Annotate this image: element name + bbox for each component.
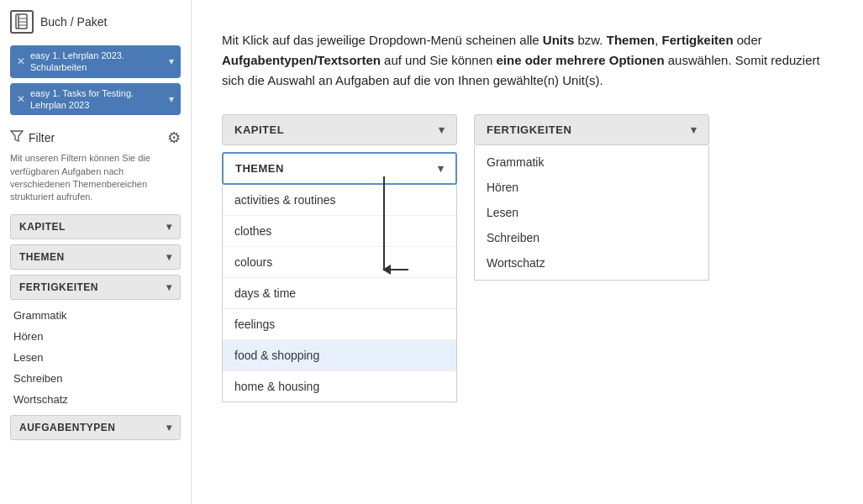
tag-chevron-1[interactable]: ▾: [169, 55, 174, 67]
themen-item-days[interactable]: days & time: [223, 278, 456, 309]
fertigkeiten-item-wortschatz[interactable]: Wortschatz: [487, 256, 697, 270]
kapitel-dropdown-label: KAPITEL: [234, 123, 284, 136]
themen-item-activities[interactable]: activities & routines: [223, 185, 456, 216]
fertigkeiten-item-schreiben[interactable]: Schreiben: [487, 231, 697, 244]
left-dropdown-col: KAPITEL ▾ THEMEN ▾ activities & routines…: [222, 114, 457, 402]
fertigkeiten-dropdown-label: FERTIGKEITEN: [487, 123, 571, 136]
themen-dropdown-label: THEMEN: [235, 162, 284, 175]
sidebar-aufgabentypen-chevron: ▾: [166, 422, 172, 433]
intro-part4: oder: [734, 33, 762, 47]
sidebar-fertigkeiten-chevron: ▾: [166, 281, 172, 293]
themen-dropdown-list: activities & routines clothes colours da…: [222, 185, 457, 402]
sidebar: Buch / Paket ✕ easy 1. Lehrplan 2023. Sc…: [0, 0, 192, 504]
sidebar-title: Buch / Paket: [40, 15, 107, 29]
sidebar-aufgabentypen-label: AUFGABENTYPEN: [19, 422, 116, 433]
sidebar-header: Buch / Paket: [10, 10, 181, 34]
book-icon: [10, 10, 34, 34]
filter-label-group: Filter: [10, 130, 55, 145]
sidebar-kapitel-dropdown[interactable]: KAPITEL ▾: [10, 214, 181, 239]
themen-chevron-icon: ▾: [438, 162, 445, 175]
tag-item-2: ✕ easy 1. Tasks for Testing. Lehrplan 20…: [10, 83, 181, 116]
sidebar-fertigkeiten-label: FERTIGKEITEN: [19, 281, 98, 293]
kapitel-chevron-icon: ▾: [439, 123, 445, 136]
sidebar-fertigkeiten-dropdown[interactable]: FERTIGKEITEN ▾: [10, 275, 181, 300]
sidebar-themen-chevron: ▾: [166, 251, 172, 263]
intro-bold4: Aufgabentypen/Textsorten: [222, 53, 381, 67]
themen-item-feelings[interactable]: feelings: [223, 309, 456, 340]
intro-part5: auf und Sie können: [381, 53, 497, 67]
dropdowns-area: KAPITEL ▾ THEMEN ▾ activities & routines…: [222, 114, 833, 402]
sidebar-themen-dropdown[interactable]: THEMEN ▾: [10, 244, 181, 270]
sidebar-list-item-schreiben[interactable]: Schreiben: [10, 368, 181, 389]
fertigkeiten-item-horen[interactable]: Hören: [487, 181, 697, 194]
tag-close-2[interactable]: ✕: [17, 93, 25, 105]
sidebar-kapitel-label: KAPITEL: [19, 221, 66, 233]
intro-bold3: Fertigkeiten: [662, 33, 734, 47]
sidebar-themen-label: THEMEN: [19, 251, 65, 263]
tag-chevron-2[interactable]: ▾: [169, 93, 174, 105]
fertigkeiten-dropdown[interactable]: FERTIGKEITEN ▾: [474, 114, 709, 145]
vertical-line-indicator: [383, 176, 385, 269]
arrow-line: [383, 269, 408, 270]
themen-item-colours[interactable]: colours: [223, 247, 456, 278]
sidebar-aufgabentypen-dropdown[interactable]: AUFGABENTYPEN ▾: [10, 415, 181, 440]
fertigkeiten-dropdown-list: Grammatik Hören Lesen Schreiben Wortscha…: [474, 145, 709, 281]
intro-part1: Mit Klick auf das jeweilige Dropdown-Men…: [222, 33, 543, 47]
intro-bold5: eine oder mehrere Optionen: [497, 53, 665, 67]
sidebar-list-item-horen[interactable]: Hören: [10, 326, 181, 347]
tag-close-1[interactable]: ✕: [17, 55, 25, 67]
intro-bold1: Units: [543, 33, 575, 47]
kapitel-dropdown[interactable]: KAPITEL ▾: [222, 114, 457, 145]
fertigkeiten-item-lesen[interactable]: Lesen: [487, 206, 697, 219]
right-dropdown-col: FERTIGKEITEN ▾ Grammatik Hören Lesen Sch…: [474, 114, 709, 281]
themen-item-clothes[interactable]: clothes: [223, 216, 456, 247]
arrow-indicator: [383, 269, 408, 270]
filter-text: Filter: [29, 131, 55, 144]
fertigkeiten-item-grammatik[interactable]: Grammatik: [487, 155, 697, 169]
intro-part3: ,: [655, 33, 661, 47]
intro-paragraph: Mit Klick auf das jeweilige Dropdown-Men…: [222, 30, 833, 91]
fertigkeiten-chevron-icon: ▾: [691, 123, 697, 136]
sidebar-list-item-grammatik[interactable]: Grammatik: [10, 305, 181, 326]
filter-row: Filter ⚙: [10, 129, 181, 147]
themen-item-food[interactable]: food & shopping: [223, 340, 456, 371]
themen-dropdown[interactable]: THEMEN ▾: [222, 152, 457, 185]
main-content: Mit Klick auf das jeweilige Dropdown-Men…: [192, 0, 863, 504]
sidebar-list-item-wortschatz[interactable]: Wortschatz: [10, 389, 181, 410]
tag-item-1: ✕ easy 1. Lehrplan 2023. Schularbeiten ▾: [10, 45, 181, 78]
intro-bold2: Themen: [607, 33, 655, 47]
tag-text-2: easy 1. Tasks for Testing. Lehrplan 2023: [30, 87, 169, 112]
fertigkeiten-items-container: Grammatik Hören Lesen Schreiben Wortscha…: [475, 145, 708, 280]
sidebar-list-item-lesen[interactable]: Lesen: [10, 347, 181, 368]
filter-description: Mit unseren Filtern können Sie die verfü…: [10, 152, 181, 204]
themen-item-home[interactable]: home & housing: [223, 371, 456, 402]
sidebar-kapitel-chevron: ▾: [166, 221, 172, 233]
intro-part2: bzw.: [574, 33, 606, 47]
filter-icon: [10, 130, 24, 145]
tag-text-1: easy 1. Lehrplan 2023. Schularbeiten: [30, 50, 169, 74]
gear-icon[interactable]: ⚙: [167, 129, 181, 147]
